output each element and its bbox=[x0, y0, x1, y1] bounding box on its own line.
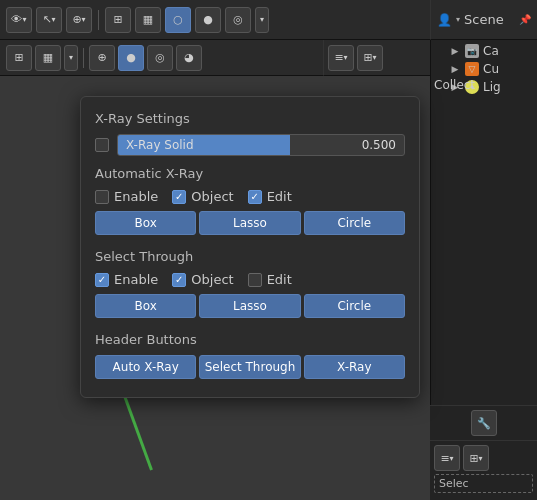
mesh-icon: ▽ bbox=[465, 62, 479, 76]
solid-shading-btn[interactable]: ● bbox=[118, 45, 144, 71]
xray-checkbox[interactable] bbox=[95, 138, 109, 152]
ring-btn[interactable]: ◎ bbox=[225, 7, 251, 33]
dropdown-icon: ▾ bbox=[22, 15, 26, 24]
auto-enable-checkbox[interactable] bbox=[95, 190, 109, 204]
camera-icon: 📷 bbox=[465, 44, 479, 58]
pin-icon: 📌 bbox=[519, 14, 531, 25]
dot-icon: ● bbox=[203, 13, 213, 26]
snap-btn[interactable]: ⊞ bbox=[105, 7, 131, 33]
box-icon-btn[interactable]: ▦ bbox=[135, 7, 161, 33]
select-mode-btn[interactable]: ↖ ▾ bbox=[36, 7, 62, 33]
sel-edit-item[interactable]: Edit bbox=[248, 272, 292, 287]
eye-icon: 👁 bbox=[11, 13, 22, 26]
globe2-icon: ⊕ bbox=[97, 51, 106, 64]
sel-enable-checkbox[interactable] bbox=[95, 273, 109, 287]
grid2-icon: ⊞ bbox=[14, 51, 23, 64]
auto-object-label: Object bbox=[191, 189, 233, 204]
user-icon: 👤 bbox=[437, 13, 452, 27]
sel-btn-group: Box Lasso Circle bbox=[95, 294, 405, 318]
view-menu-btn[interactable]: 👁 ▾ bbox=[6, 7, 32, 33]
dropdown4-icon: ▾ bbox=[260, 15, 264, 24]
view-dropdown-icon: ▾ bbox=[373, 53, 377, 62]
auto-object-item[interactable]: Object bbox=[172, 189, 233, 204]
dropdown3-icon: ▾ bbox=[82, 15, 86, 24]
auto-check-row: Enable Object Edit bbox=[95, 189, 405, 204]
auto-edit-checkbox[interactable] bbox=[248, 190, 262, 204]
auto-enable-label: Enable bbox=[114, 189, 158, 204]
auto-edit-label: Edit bbox=[267, 189, 292, 204]
header-btn-group: Auto X-Ray Select Through X-Ray bbox=[95, 355, 405, 379]
render-icon: ◕ bbox=[184, 51, 194, 64]
auto-circle-btn[interactable]: Circle bbox=[304, 211, 405, 235]
globe2-btn[interactable]: ⊕ bbox=[89, 45, 115, 71]
auto-xray-title: Automatic X-Ray bbox=[95, 166, 405, 181]
second-toolbar-right: ≡ ▾ ⊞ ▾ bbox=[323, 40, 430, 76]
camera-expand-icon: ▶ bbox=[449, 45, 461, 57]
camera-label: Ca bbox=[483, 44, 499, 58]
header-xray-btn[interactable]: X-Ray bbox=[304, 355, 405, 379]
dot-btn[interactable]: ● bbox=[195, 7, 221, 33]
solid-icon: ● bbox=[126, 51, 136, 64]
transform-btn[interactable]: ⊕ ▾ bbox=[66, 7, 92, 33]
select-mode-dropdown[interactable]: ▾ bbox=[255, 7, 269, 33]
sel-object-label: Object bbox=[191, 272, 233, 287]
preview-icon: ◎ bbox=[155, 51, 165, 64]
xray-solid-row: X-Ray Solid 0.500 bbox=[95, 134, 405, 156]
xray-solid-bar[interactable]: X-Ray Solid 0.500 bbox=[117, 134, 405, 156]
mesh-label: Cu bbox=[483, 62, 499, 76]
camera-row[interactable]: ▶ 📷 Ca bbox=[435, 42, 533, 60]
sel-object-checkbox[interactable] bbox=[172, 273, 186, 287]
rendered-btn[interactable]: ◕ bbox=[176, 45, 202, 71]
outliner-filter-btn[interactable]: ≡ ▾ bbox=[328, 45, 354, 71]
shading-dropdown[interactable]: ▾ bbox=[64, 45, 78, 71]
auto-enable-item[interactable]: Enable bbox=[95, 189, 158, 204]
auto-btn-group: Box Lasso Circle bbox=[95, 211, 405, 235]
auto-object-checkbox[interactable] bbox=[172, 190, 186, 204]
sel-edit-label: Edit bbox=[267, 272, 292, 287]
filter2-btn[interactable]: ≡▾ bbox=[434, 445, 460, 471]
scene-header-bar: 👤 ▾ Scene 📌 bbox=[430, 0, 537, 40]
header-selectthrough-btn[interactable]: Select Through bbox=[199, 355, 300, 379]
auto-lasso-btn[interactable]: Lasso bbox=[199, 211, 300, 235]
select-through-title: Select Through bbox=[95, 249, 405, 264]
separator2 bbox=[83, 48, 84, 68]
sel-edit-checkbox[interactable] bbox=[248, 273, 262, 287]
box2-icon: ▦ bbox=[43, 51, 53, 64]
header-autoxray-btn[interactable]: Auto X-Ray bbox=[95, 355, 196, 379]
separator1 bbox=[98, 10, 99, 30]
sel-object-item[interactable]: Object bbox=[172, 272, 233, 287]
sel-enable-label: Enable bbox=[114, 272, 158, 287]
header-buttons-title: Header Buttons bbox=[95, 332, 405, 347]
cursor-icon: ↖ bbox=[42, 13, 51, 26]
xray-solid-value: 0.500 bbox=[362, 138, 396, 152]
grid2-btn[interactable]: ⊞ bbox=[6, 45, 32, 71]
collect-label: Collect bbox=[430, 76, 537, 94]
shading-icon: ▾ bbox=[69, 53, 73, 62]
circle-select-btn[interactable]: ○ bbox=[165, 7, 191, 33]
box2-btn[interactable]: ▦ bbox=[35, 45, 61, 71]
sel-box-btn[interactable]: Box bbox=[95, 294, 196, 318]
sel-enable-item[interactable]: Enable bbox=[95, 272, 158, 287]
box-icon: ▦ bbox=[143, 13, 153, 26]
sel-lasso-btn[interactable]: Lasso bbox=[199, 294, 300, 318]
dropdown5-icon: ▾ bbox=[456, 15, 460, 24]
filter-dropdown-icon: ▾ bbox=[344, 53, 348, 62]
outliner-view-btn[interactable]: ⊞ ▾ bbox=[357, 45, 383, 71]
auto-box-btn[interactable]: Box bbox=[95, 211, 196, 235]
view-icon: ⊞ bbox=[363, 51, 372, 64]
view-controls: ≡▾ ⊞▾ bbox=[434, 445, 533, 471]
auto-edit-item[interactable]: Edit bbox=[248, 189, 292, 204]
sel-circle-btn[interactable]: Circle bbox=[304, 294, 405, 318]
view2-btn[interactable]: ⊞▾ bbox=[463, 445, 489, 471]
select-button[interactable]: Selec bbox=[434, 474, 533, 493]
mat-preview-btn[interactable]: ◎ bbox=[147, 45, 173, 71]
sel-check-row: Enable Object Edit bbox=[95, 272, 405, 287]
dropdown2-icon: ▾ bbox=[52, 15, 56, 24]
circle-icon: ○ bbox=[173, 13, 183, 26]
xray-settings-title: X-Ray Settings bbox=[95, 111, 405, 126]
bottom-right-tools: 🔧 bbox=[430, 405, 537, 440]
wrench-icon: 🔧 bbox=[477, 417, 491, 430]
settings-btn[interactable]: 🔧 bbox=[471, 410, 497, 436]
xray-solid-label: X-Ray Solid bbox=[126, 138, 194, 152]
scene-name-label: Scene bbox=[464, 12, 515, 27]
